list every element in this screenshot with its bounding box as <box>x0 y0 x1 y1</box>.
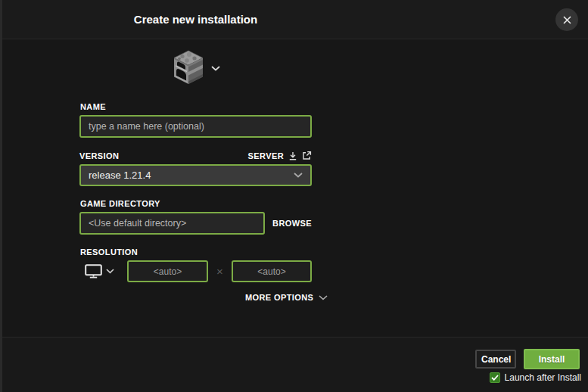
more-options-toggle[interactable]: MORE OPTIONS <box>245 293 328 302</box>
external-link-icon <box>302 151 312 160</box>
dialog-title: Create new installation <box>79 0 312 39</box>
version-field-group: VERSION SERVER release 1.21.4 <box>79 151 312 186</box>
cancel-button[interactable]: Cancel <box>475 350 516 369</box>
game-directory-label: GAME DIRECTORY <box>80 199 312 208</box>
server-label: SERVER <box>248 151 284 160</box>
version-label: VERSION <box>79 151 119 160</box>
more-options-label: MORE OPTIONS <box>245 293 313 302</box>
dialog-footer: Cancel Install Launch after Install <box>2 337 588 392</box>
dialog-body: NAME VERSION SERVER <box>2 40 588 337</box>
version-selected-value: release 1.21.4 <box>89 170 151 181</box>
form-column: NAME VERSION SERVER <box>79 40 312 282</box>
game-directory-field-group: GAME DIRECTORY BROWSE <box>79 199 312 235</box>
download-icon <box>288 151 297 160</box>
version-select[interactable]: release 1.21.4 <box>79 164 312 186</box>
install-button[interactable]: Install <box>524 349 580 369</box>
resolution-separator: × <box>208 265 232 278</box>
name-input[interactable] <box>79 115 312 138</box>
checkmark-icon <box>491 375 499 381</box>
game-directory-input[interactable] <box>79 212 265 235</box>
launch-after-install-label: Launch after Install <box>505 372 581 383</box>
installation-icon-picker[interactable] <box>79 50 312 86</box>
launch-after-install-option[interactable]: Launch after Install <box>490 372 581 383</box>
select-chevron-down-icon <box>294 173 303 178</box>
resolution-width-input[interactable] <box>127 260 208 282</box>
icon-dropdown-chevron-icon <box>211 66 220 71</box>
name-field-group: NAME <box>79 102 312 138</box>
monitor-icon <box>85 264 102 278</box>
resolution-height-input[interactable] <box>232 260 312 282</box>
close-button[interactable] <box>555 8 578 31</box>
name-label: NAME <box>80 102 312 111</box>
server-link[interactable]: SERVER <box>248 151 312 160</box>
launch-after-install-checkbox[interactable] <box>490 372 500 383</box>
display-chevron-down-icon <box>106 269 114 274</box>
more-options-chevron-down-icon <box>319 295 328 300</box>
resolution-label: RESOLUTION <box>80 247 312 257</box>
close-icon <box>562 15 572 25</box>
create-installation-dialog: Create new installation <box>0 0 588 392</box>
resolution-field-group: RESOLUTION × <box>79 247 312 282</box>
browse-button[interactable]: BROWSE <box>272 219 312 228</box>
furnace-block-icon <box>172 50 205 86</box>
dialog-header: Create new installation <box>2 0 588 39</box>
display-picker[interactable] <box>85 264 116 278</box>
